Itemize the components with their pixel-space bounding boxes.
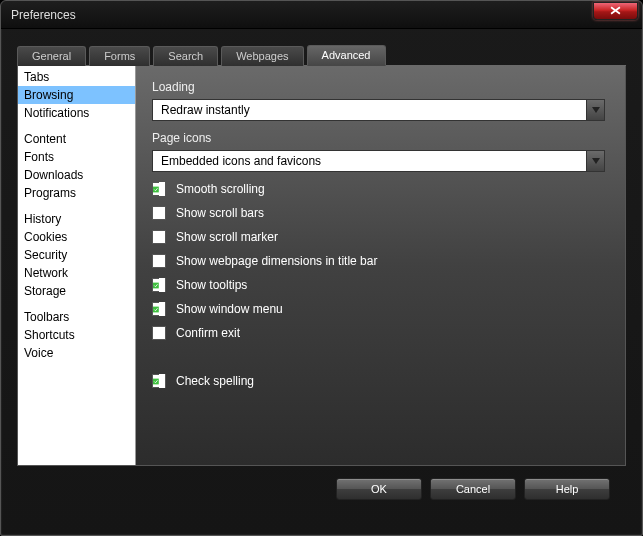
preferences-window: Preferences GeneralFormsSearchWebpagesAd… [0, 0, 643, 536]
page-icons-select[interactable]: Embedded icons and favicons [152, 150, 605, 172]
sidebar-item-security[interactable]: Security [18, 246, 135, 264]
smooth_scrolling-label[interactable]: Smooth scrolling [176, 182, 265, 196]
check-spelling-checkbox[interactable] [152, 374, 166, 388]
sidebar-item-programs[interactable]: Programs [18, 184, 135, 202]
confirm_exit-label[interactable]: Confirm exit [176, 326, 240, 340]
sidebar-item-toolbars[interactable]: Toolbars [18, 308, 135, 326]
loading-select[interactable]: Redraw instantly [152, 99, 605, 121]
close-icon [610, 6, 621, 15]
show_tooltips-checkbox[interactable] [152, 278, 166, 292]
sidebar-item-fonts[interactable]: Fonts [18, 148, 135, 166]
tab-advanced[interactable]: Advanced [307, 45, 386, 66]
sidebar-item-notifications[interactable]: Notifications [18, 104, 135, 122]
sidebar-item-history[interactable]: History [18, 210, 135, 228]
show_scroll_marker-label[interactable]: Show scroll marker [176, 230, 278, 244]
main-pane: Loading Redraw instantly Page icons Embe… [136, 66, 625, 465]
options-list: Smooth scrollingShow scroll barsShow scr… [152, 182, 605, 340]
titlebar[interactable]: Preferences [1, 1, 642, 29]
page-icons-select-value: Embedded icons and favicons [153, 154, 586, 168]
option-row-show_scroll_marker: Show scroll marker [152, 230, 605, 244]
check-spelling-row: Check spelling [152, 374, 605, 388]
show_dimensions-checkbox[interactable] [152, 254, 166, 268]
close-button[interactable] [593, 2, 638, 20]
option-row-show_dimensions: Show webpage dimensions in title bar [152, 254, 605, 268]
option-row-show_window_menu: Show window menu [152, 302, 605, 316]
show_dimensions-label[interactable]: Show webpage dimensions in title bar [176, 254, 377, 268]
sidebar-item-network[interactable]: Network [18, 264, 135, 282]
tab-forms[interactable]: Forms [89, 46, 150, 66]
ok-button[interactable]: OK [336, 478, 422, 500]
window-title: Preferences [11, 8, 76, 22]
show_window_menu-checkbox[interactable] [152, 302, 166, 316]
sidebar-item-content[interactable]: Content [18, 130, 135, 148]
sidebar-item-cookies[interactable]: Cookies [18, 228, 135, 246]
show_scroll_bars-label[interactable]: Show scroll bars [176, 206, 264, 220]
option-row-confirm_exit: Confirm exit [152, 326, 605, 340]
chevron-down-icon [592, 158, 600, 164]
sidebar-item-shortcuts[interactable]: Shortcuts [18, 326, 135, 344]
option-row-show_tooltips: Show tooltips [152, 278, 605, 292]
confirm_exit-checkbox[interactable] [152, 326, 166, 340]
sidebar-item-tabs[interactable]: Tabs [18, 68, 135, 86]
smooth_scrolling-checkbox[interactable] [152, 182, 166, 196]
chevron-down-icon [592, 107, 600, 113]
tab-webpages[interactable]: Webpages [221, 46, 303, 66]
loading-label: Loading [152, 80, 605, 94]
svg-rect-7 [153, 378, 159, 384]
sidebar-item-browsing[interactable]: Browsing [18, 86, 135, 104]
option-row-smooth_scrolling: Smooth scrolling [152, 182, 605, 196]
tab-bar: GeneralFormsSearchWebpagesAdvanced [17, 43, 626, 66]
page-icons-label: Page icons [152, 131, 605, 145]
sidebar: TabsBrowsingNotificationsContentFontsDow… [18, 66, 136, 465]
show_scroll_bars-checkbox[interactable] [152, 206, 166, 220]
show_tooltips-label[interactable]: Show tooltips [176, 278, 247, 292]
cancel-button[interactable]: Cancel [430, 478, 516, 500]
help-button[interactable]: Help [524, 478, 610, 500]
svg-rect-5 [153, 306, 159, 312]
sidebar-item-voice[interactable]: Voice [18, 344, 135, 362]
dialog-footer: OK Cancel Help [17, 466, 626, 500]
svg-rect-0 [153, 186, 159, 192]
dropdown-button[interactable] [586, 100, 604, 120]
tab-search[interactable]: Search [153, 46, 218, 66]
sidebar-item-downloads[interactable]: Downloads [18, 166, 135, 184]
dropdown-button[interactable] [586, 151, 604, 171]
svg-rect-4 [153, 282, 159, 288]
show_scroll_marker-checkbox[interactable] [152, 230, 166, 244]
show_window_menu-label[interactable]: Show window menu [176, 302, 283, 316]
content-area: GeneralFormsSearchWebpagesAdvanced TabsB… [1, 29, 642, 508]
panel: TabsBrowsingNotificationsContentFontsDow… [17, 66, 626, 466]
check-spelling-label[interactable]: Check spelling [176, 374, 254, 388]
sidebar-item-storage[interactable]: Storage [18, 282, 135, 300]
loading-select-value: Redraw instantly [153, 103, 586, 117]
option-row-show_scroll_bars: Show scroll bars [152, 206, 605, 220]
tab-general[interactable]: General [17, 46, 86, 66]
